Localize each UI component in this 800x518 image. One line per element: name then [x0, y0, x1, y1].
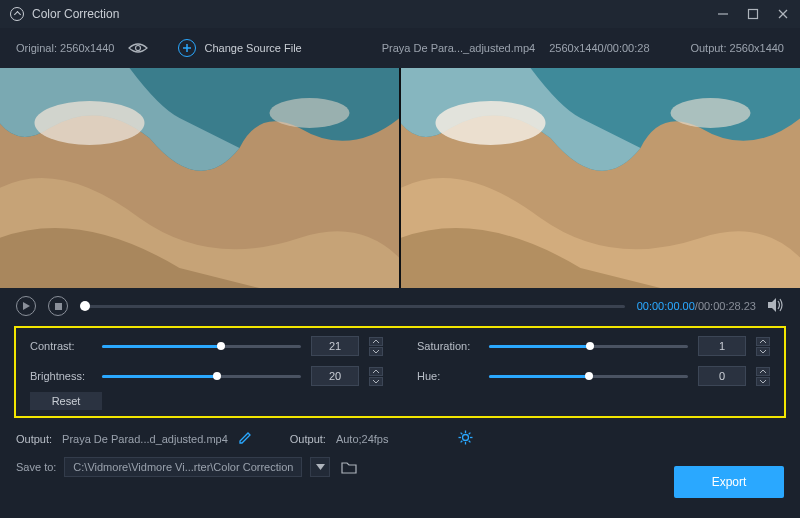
- play-button[interactable]: [16, 296, 36, 316]
- time-display: 00:00:00.00/00:00:28.23: [637, 300, 756, 312]
- brightness-fill: [102, 375, 217, 378]
- contrast-step-up[interactable]: [369, 337, 383, 346]
- brightness-step-down[interactable]: [369, 377, 383, 386]
- minimize-button[interactable]: [716, 7, 730, 21]
- hue-label: Hue:: [417, 370, 479, 382]
- contrast-slider[interactable]: [102, 345, 301, 348]
- saveto-dropdown[interactable]: [310, 457, 330, 477]
- hue-fill: [489, 375, 589, 378]
- preview-original: [0, 68, 399, 288]
- saturation-label: Saturation:: [417, 340, 479, 352]
- color-controls-panel: Contrast: 21 Saturation: 1: [14, 326, 786, 418]
- reset-button[interactable]: Reset: [30, 392, 102, 410]
- saturation-thumb[interactable]: [586, 342, 594, 350]
- brightness-slider[interactable]: [102, 375, 301, 378]
- contrast-label: Contrast:: [30, 340, 92, 352]
- svg-point-16: [463, 435, 469, 441]
- svg-line-21: [461, 433, 463, 435]
- app-logo-icon: [10, 7, 24, 21]
- contrast-step-down[interactable]: [369, 347, 383, 356]
- svg-line-23: [469, 433, 471, 435]
- contrast-fill: [102, 345, 221, 348]
- preview-toggle-icon[interactable]: [128, 42, 148, 54]
- volume-icon[interactable]: [768, 298, 784, 314]
- hue-step-down[interactable]: [756, 377, 770, 386]
- info-bar: Original: 2560x1440 Change Source File P…: [0, 28, 800, 68]
- preview-adjusted: [401, 68, 800, 288]
- brightness-label: Brightness:: [30, 370, 92, 382]
- brightness-row: Brightness: 20: [30, 366, 383, 386]
- svg-marker-25: [316, 464, 325, 470]
- hue-row: Hue: 0: [417, 366, 770, 386]
- svg-marker-15: [768, 298, 776, 312]
- output-filename: Praya De Parad...d_adjusted.mp4: [62, 433, 228, 445]
- svg-line-24: [461, 441, 463, 443]
- stop-button[interactable]: [48, 296, 68, 316]
- saturation-fill: [489, 345, 590, 348]
- time-current: 00:00:00.00: [637, 300, 695, 312]
- close-button[interactable]: [776, 7, 790, 21]
- output-format-label: Output:: [290, 433, 326, 445]
- output-file-label: Output:: [16, 433, 52, 445]
- svg-point-4: [136, 46, 141, 51]
- saveto-label: Save to:: [16, 461, 56, 473]
- svg-point-11: [436, 101, 546, 145]
- seek-bar[interactable]: [80, 305, 625, 308]
- svg-rect-1: [749, 10, 758, 19]
- output-format-value: Auto;24fps: [336, 433, 389, 445]
- contrast-row: Contrast: 21: [30, 336, 383, 356]
- saveto-path[interactable]: C:\Vidmore\Vidmore Vi...rter\Color Corre…: [64, 457, 302, 477]
- saturation-value[interactable]: 1: [698, 336, 746, 356]
- svg-marker-13: [23, 302, 30, 310]
- add-source-icon[interactable]: [178, 39, 196, 57]
- output-resolution: Output: 2560x1440: [690, 42, 784, 54]
- maximize-button[interactable]: [746, 7, 760, 21]
- hue-step-up[interactable]: [756, 367, 770, 376]
- brightness-step-up[interactable]: [369, 367, 383, 376]
- svg-point-9: [270, 98, 350, 128]
- brightness-thumb[interactable]: [213, 372, 221, 380]
- saturation-row: Saturation: 1: [417, 336, 770, 356]
- brightness-value[interactable]: 20: [311, 366, 359, 386]
- svg-line-22: [469, 441, 471, 443]
- source-filename: Praya De Para..._adjusted.mp4: [382, 42, 535, 54]
- contrast-value[interactable]: 21: [311, 336, 359, 356]
- saturation-slider[interactable]: [489, 345, 688, 348]
- saturation-step-down[interactable]: [756, 347, 770, 356]
- source-info: 2560x1440/00:00:28: [549, 42, 649, 54]
- window-title: Color Correction: [32, 7, 716, 21]
- hue-slider[interactable]: [489, 375, 688, 378]
- export-button[interactable]: Export: [674, 466, 784, 498]
- svg-point-12: [671, 98, 751, 128]
- original-resolution: Original: 2560x1440: [16, 42, 114, 54]
- format-settings-icon[interactable]: [458, 430, 473, 447]
- svg-rect-14: [55, 303, 62, 310]
- svg-point-8: [35, 101, 145, 145]
- open-folder-icon[interactable]: [338, 457, 360, 477]
- titlebar: Color Correction: [0, 0, 800, 28]
- preview-area: [0, 68, 800, 288]
- hue-thumb[interactable]: [585, 372, 593, 380]
- saturation-step-up[interactable]: [756, 337, 770, 346]
- edit-filename-icon[interactable]: [238, 431, 252, 447]
- change-source-button[interactable]: Change Source File: [204, 42, 301, 54]
- timeline: 00:00:00.00/00:00:28.23: [0, 288, 800, 324]
- contrast-thumb[interactable]: [217, 342, 225, 350]
- hue-value[interactable]: 0: [698, 366, 746, 386]
